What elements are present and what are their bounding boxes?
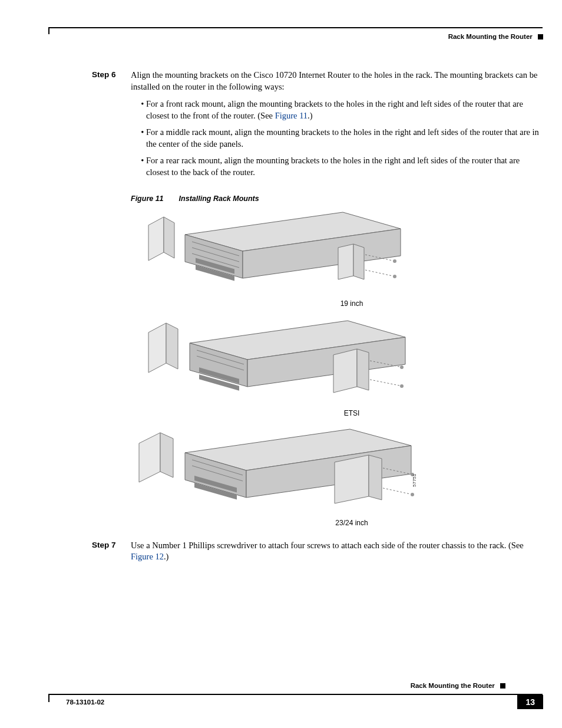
- svg-line-6: [365, 270, 392, 276]
- step-6-body: Align the mounting brackets on the Cisco…: [131, 70, 542, 184]
- figure-callout-id: 57751: [412, 473, 417, 487]
- header-text: Rack Mounting the Router: [448, 33, 533, 40]
- svg-line-14: [370, 380, 399, 386]
- xref-figure-11[interactable]: Figure 11: [275, 111, 308, 120]
- figure-19inch: 19 inch: [131, 209, 431, 308]
- figure-etsi: ETSI: [131, 318, 431, 417]
- running-header: Rack Mounting the Router: [48, 33, 543, 40]
- svg-point-24: [411, 493, 414, 496]
- figure-label-19inch: 19 inch: [131, 299, 431, 308]
- header-marker-icon: [538, 34, 543, 39]
- figure-label-etsi: ETSI: [131, 409, 431, 417]
- step-7-label: Step 7: [92, 540, 131, 569]
- footer-rule-tick: [48, 694, 49, 702]
- bullet-middle-mount: For a middle rack mount, align the mount…: [146, 127, 542, 150]
- svg-line-22: [383, 488, 410, 494]
- footer-marker-icon: [500, 683, 505, 689]
- step-6-bullets: For a front rack mount, align the mounti…: [146, 98, 542, 178]
- figure-11-caption: Figure 11Installing Rack Mounts: [131, 195, 542, 203]
- footer-text: Rack Mounting the Router: [411, 682, 495, 689]
- figure-label-23-24inch: 23/24 inch: [131, 519, 431, 527]
- step-6: Step 6 Align the mounting brackets on th…: [92, 70, 542, 184]
- running-footer: Rack Mounting the Router: [411, 682, 505, 689]
- step-6-intro: Align the mounting brackets on the Cisco…: [131, 70, 542, 93]
- bullet-rear-mount: For a rear rack mount, align the mountin…: [146, 155, 542, 178]
- svg-point-15: [400, 365, 404, 369]
- svg-point-16: [400, 384, 404, 388]
- content-area: Step 6 Align the mounting brackets on th…: [92, 70, 542, 572]
- xref-figure-12[interactable]: Figure 12: [131, 552, 164, 561]
- footer-rule: [48, 694, 543, 695]
- header-rule: [48, 27, 543, 28]
- page-number: 13: [517, 695, 543, 709]
- svg-point-7: [393, 259, 396, 263]
- doc-number: 78-13101-02: [66, 699, 104, 706]
- bullet-front-mount: For a front rack mount, align the mounti…: [146, 98, 542, 121]
- step-7-body: Use a Number 1 Phillips screwdriver to a…: [131, 540, 542, 569]
- figure-title: Installing Rack Mounts: [179, 195, 259, 203]
- figure-23-24inch: 57751 23/24 inch: [131, 428, 431, 527]
- step-7: Step 7 Use a Number 1 Phillips screwdriv…: [92, 540, 542, 569]
- svg-point-8: [393, 275, 396, 278]
- step-6-label: Step 6: [92, 70, 131, 184]
- figure-11: 19 inch: [131, 209, 431, 527]
- figure-number: Figure 11: [131, 195, 164, 203]
